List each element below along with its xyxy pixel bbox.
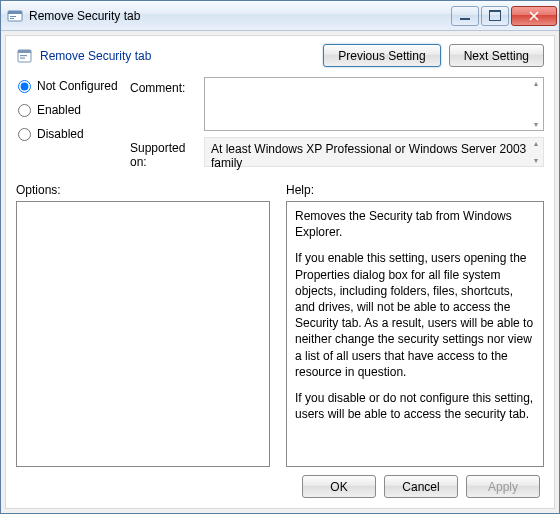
radio-not-configured-label: Not Configured bbox=[37, 79, 118, 93]
help-label: Help: bbox=[286, 183, 314, 197]
help-paragraph: If you enable this setting, users openin… bbox=[295, 250, 535, 380]
comment-scroll[interactable]: ▴ ▾ bbox=[530, 79, 542, 129]
options-panel bbox=[16, 201, 270, 467]
apply-button[interactable]: Apply bbox=[466, 475, 540, 498]
chevron-up-icon: ▴ bbox=[530, 139, 542, 148]
supported-value: At least Windows XP Professional or Wind… bbox=[211, 142, 526, 170]
policy-title: Remove Security tab bbox=[40, 49, 315, 63]
svg-rect-7 bbox=[20, 57, 25, 58]
state-radios: Not Configured Enabled Disabled bbox=[16, 77, 126, 169]
content-area: Remove Security tab Previous Setting Nex… bbox=[5, 35, 555, 509]
help-paragraph: Removes the Security tab from Windows Ex… bbox=[295, 208, 535, 240]
header-row: Remove Security tab Previous Setting Nex… bbox=[16, 44, 544, 67]
window-controls bbox=[449, 6, 557, 26]
window-title: Remove Security tab bbox=[29, 9, 449, 23]
footer: OK Cancel Apply bbox=[16, 467, 544, 500]
help-panel: Removes the Security tab from Windows Ex… bbox=[286, 201, 544, 467]
svg-rect-5 bbox=[18, 50, 31, 53]
svg-rect-1 bbox=[8, 11, 22, 14]
panels: Removes the Security tab from Windows Ex… bbox=[16, 201, 544, 467]
supported-scroll[interactable]: ▴ ▾ bbox=[530, 139, 542, 165]
field-labels: Comment: Supported on: bbox=[130, 77, 200, 169]
policy-dialog: Remove Security tab Remove Security tab … bbox=[0, 0, 560, 514]
radio-not-configured[interactable]: Not Configured bbox=[16, 79, 126, 93]
close-button[interactable] bbox=[511, 6, 557, 26]
options-label: Options: bbox=[16, 183, 270, 197]
svg-rect-3 bbox=[10, 18, 14, 19]
chevron-down-icon: ▾ bbox=[530, 120, 542, 129]
field-values: ▴ ▾ At least Windows XP Professional or … bbox=[204, 77, 544, 169]
svg-rect-6 bbox=[20, 55, 27, 56]
radio-not-configured-input[interactable] bbox=[18, 80, 31, 93]
radio-enabled-label: Enabled bbox=[37, 103, 81, 117]
supported-field: At least Windows XP Professional or Wind… bbox=[204, 137, 544, 167]
svg-rect-2 bbox=[10, 16, 16, 17]
chevron-up-icon: ▴ bbox=[530, 79, 542, 88]
radio-disabled-input[interactable] bbox=[18, 128, 31, 141]
supported-label: Supported on: bbox=[130, 141, 185, 169]
policy-icon bbox=[16, 47, 34, 65]
maximize-button[interactable] bbox=[481, 6, 509, 26]
next-setting-button[interactable]: Next Setting bbox=[449, 44, 544, 67]
help-paragraph: If you disable or do not configure this … bbox=[295, 390, 535, 422]
settings-grid: Not Configured Enabled Disabled Comment:… bbox=[16, 77, 544, 169]
radio-enabled-input[interactable] bbox=[18, 104, 31, 117]
previous-setting-button[interactable]: Previous Setting bbox=[323, 44, 440, 67]
radio-disabled-label: Disabled bbox=[37, 127, 84, 141]
ok-button[interactable]: OK bbox=[302, 475, 376, 498]
comment-field[interactable]: ▴ ▾ bbox=[204, 77, 544, 131]
chevron-down-icon: ▾ bbox=[530, 156, 542, 165]
radio-disabled[interactable]: Disabled bbox=[16, 127, 126, 141]
section-labels: Options: Help: bbox=[16, 183, 544, 197]
cancel-button[interactable]: Cancel bbox=[384, 475, 458, 498]
radio-enabled[interactable]: Enabled bbox=[16, 103, 126, 117]
titlebar[interactable]: Remove Security tab bbox=[1, 1, 559, 31]
comment-label: Comment: bbox=[130, 81, 200, 95]
app-icon bbox=[7, 8, 23, 24]
minimize-button[interactable] bbox=[451, 6, 479, 26]
